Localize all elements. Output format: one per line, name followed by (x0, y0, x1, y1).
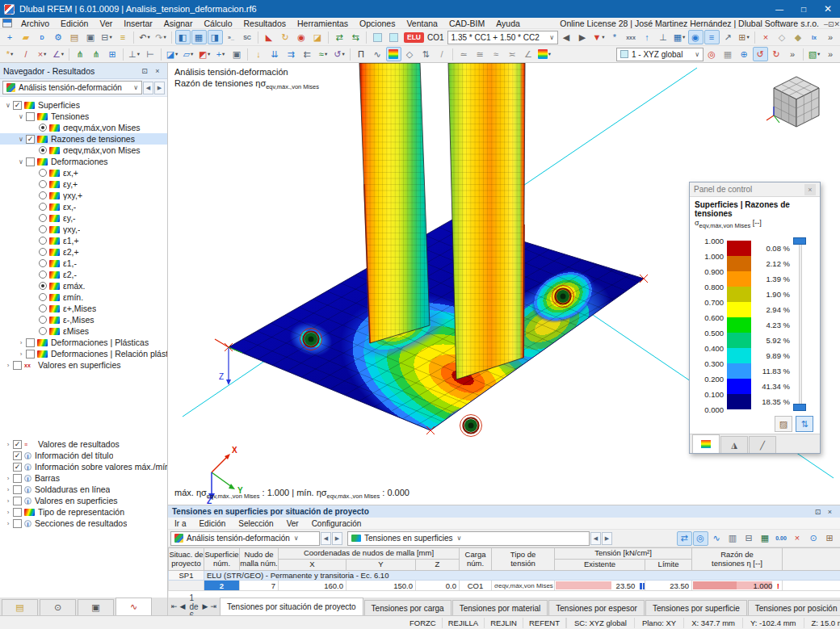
visibility-tab[interactable]: ⊙ (40, 599, 76, 615)
control-panel-close-button[interactable]: × (804, 184, 816, 195)
table-menu-edición[interactable]: Edición (192, 519, 232, 528)
base-plate-surface[interactable] (229, 220, 644, 495)
toggle-refent[interactable]: REFENT (523, 618, 566, 628)
connect-model-icon[interactable]: ⇄ (332, 30, 347, 44)
tree-item[interactable]: εmáx. (0, 280, 167, 291)
table-addon-combo[interactable]: Análisis tensión-deformación (170, 531, 320, 546)
table-row[interactable]: SP1 ELU (STR/GEO) - Permanente y transit… (169, 571, 840, 581)
rotate-model-icon[interactable]: ↻ (769, 47, 784, 61)
radio[interactable] (39, 237, 47, 245)
tree-item[interactable]: ε2,- (0, 269, 167, 280)
y-cell[interactable]: 150.0 (346, 581, 416, 591)
move-load-icon[interactable]: ↺▾ (332, 47, 347, 61)
tree-item[interactable]: ›Deformaciones | Relación plástica (0, 348, 167, 359)
show-results-icon[interactable]: * (607, 30, 623, 44)
generated-load-icon[interactable]: ≈▾ (316, 47, 331, 61)
values-display-icon[interactable]: ⇅ (418, 47, 434, 61)
radio[interactable] (39, 327, 47, 335)
excel-export-icon[interactable]: ▦ (758, 531, 773, 546)
radio[interactable] (39, 304, 47, 312)
deformation-display-icon[interactable]: ∿ (370, 47, 385, 61)
section-display-icon[interactable]: / (435, 47, 450, 61)
zoom-select-icon[interactable]: ◎ (704, 47, 720, 61)
col-stress-ratio[interactable]: Razón de tensiones η [--] (692, 548, 783, 571)
control-panel-titlebar[interactable]: Panel de control × (690, 182, 820, 197)
table-row[interactable]: 2 7 160.0 150.0 0.0 CO1 σeqv,máx,von Mis… (169, 581, 840, 591)
tree-item[interactable]: γxy,+ (0, 190, 167, 201)
tables-toggle-icon[interactable]: ▦ (191, 30, 207, 44)
radio[interactable] (39, 225, 47, 233)
checkbox[interactable]: ✓ (13, 463, 22, 472)
mesh-grid-icon[interactable]: ▦ (720, 47, 736, 61)
line-load-icon[interactable]: ⇊ (267, 47, 283, 61)
tree-item[interactable]: ∨Deformaciones (0, 156, 167, 167)
expander-icon[interactable]: ∨ (16, 136, 26, 143)
tab-tensiones-por-material[interactable]: Tensiones por material (452, 600, 548, 615)
table-combo2-prev[interactable]: ◀ (590, 532, 601, 545)
tree-item[interactable]: ∨✓Razones de tensiones (0, 133, 167, 145)
tree-item[interactable]: ›xxValores en superficies (0, 359, 167, 371)
print-table-icon[interactable]: ⊟ (741, 531, 757, 546)
new-model-icon[interactable]: + (2, 30, 18, 44)
radio[interactable] (39, 203, 47, 211)
new-window-icon[interactable]: ⊞▾ (737, 30, 752, 44)
menu-asignar[interactable]: Asignar (158, 18, 199, 29)
tree-item[interactable]: ∨Tensiones (0, 111, 167, 122)
tree-item[interactable]: ∨✓Superficies (0, 99, 167, 111)
expander-icon[interactable]: ∨ (16, 113, 26, 120)
expander-icon[interactable]: ∨ (16, 158, 26, 166)
smoothing-5-icon[interactable]: ∠ (521, 47, 536, 61)
last-table-button[interactable]: ⇥ (211, 602, 217, 610)
filter-results-icon[interactable]: ▼▾ (591, 30, 607, 44)
expander-icon[interactable]: › (3, 362, 13, 369)
status-coordinate-system[interactable]: SC: XYZ global (566, 618, 634, 628)
relations-icon[interactable]: ⊞ (822, 531, 838, 546)
radio[interactable] (39, 293, 47, 301)
render-edit-icon[interactable]: ◆ (791, 30, 806, 44)
panel-toggle-icon[interactable]: ◨ (208, 30, 223, 44)
surface-new-icon[interactable]: ◪▾ (165, 47, 180, 61)
panel-edit-scale-button[interactable]: ⇅ (796, 416, 813, 432)
table-close-button[interactable]: × (824, 508, 836, 516)
minimize-button[interactable]: — (767, 0, 792, 18)
node-cell[interactable]: 7 (240, 581, 279, 591)
import-model-icon[interactable]: ▤ (67, 30, 82, 44)
camera-tab[interactable]: ▣ (78, 599, 114, 615)
tree-item[interactable]: ›Tipo de representación (0, 506, 167, 518)
checkbox[interactable] (13, 497, 22, 505)
tree-item[interactable]: ε2,+ (0, 246, 167, 258)
checkbox[interactable] (13, 474, 22, 483)
panel-options-button[interactable]: ▨ (775, 416, 792, 432)
surface-load-icon[interactable]: ⇉ (284, 47, 299, 61)
console-icon[interactable]: »_ (224, 30, 239, 44)
menu-ventana[interactable]: Ventana (401, 18, 443, 29)
radio[interactable] (39, 316, 47, 324)
table-menu-configuración[interactable]: Configuración (305, 519, 368, 528)
tree-item[interactable]: ›iBarras (0, 472, 167, 484)
dlubal-center-icon[interactable]: D (35, 30, 50, 44)
result-grid-icon[interactable]: ▦▾ (672, 30, 687, 44)
tree-item[interactable]: ›iSecciones de resultados (0, 518, 167, 529)
checkbox[interactable]: ✓ (13, 451, 22, 460)
col-z[interactable]: Z (416, 560, 460, 571)
polyline-icon[interactable]: ∠▾ (51, 47, 66, 61)
expander-icon[interactable]: › (3, 475, 13, 482)
col-load-no[interactable]: Carga núm. (460, 548, 492, 571)
addon-next-button[interactable]: ▶ (154, 82, 165, 94)
col-existing[interactable]: Existente (555, 560, 645, 571)
toggle-rejlin[interactable]: REJLIN (485, 618, 523, 628)
view-settings-icon[interactable]: ▧▾ (807, 47, 822, 61)
tree-item[interactable]: ✓iInformación del título (0, 450, 167, 461)
navigator-toggle-icon[interactable]: ◧ (175, 30, 191, 44)
expander-icon[interactable]: › (16, 350, 26, 358)
menu-herramientas[interactable]: Herramientas (292, 18, 354, 29)
col-y[interactable]: Y (346, 560, 416, 571)
col-stress-type[interactable]: Tipo de tensión (492, 548, 555, 571)
radio[interactable] (39, 259, 47, 267)
result-values-icon[interactable]: xxx (624, 30, 639, 44)
menu-cad-bim[interactable]: CAD-BIM (443, 18, 490, 29)
table-menu-ir-a[interactable]: Ir a (168, 519, 192, 528)
tree-item[interactable]: ›iSoldaduras en línea (0, 484, 167, 495)
tree-item[interactable]: εx,+ (0, 167, 167, 178)
snap-icon[interactable]: ⊕ (737, 47, 752, 61)
